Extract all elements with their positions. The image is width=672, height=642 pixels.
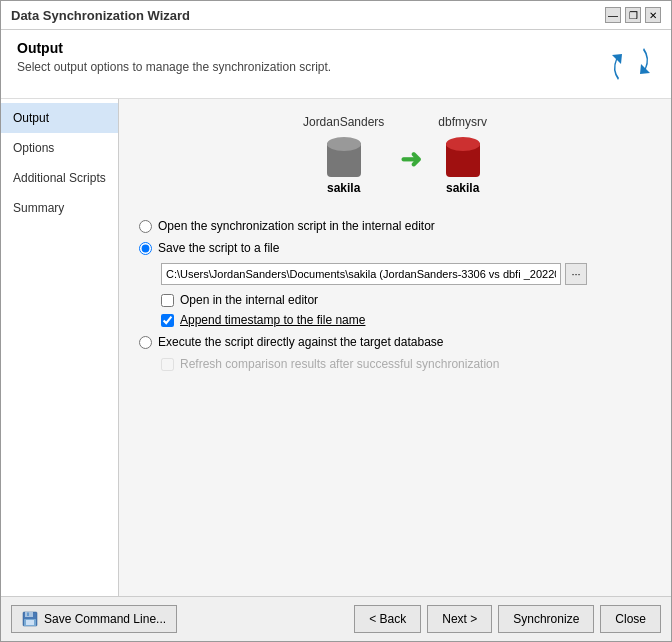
next-button[interactable]: Next > <box>427 605 492 633</box>
wizard-window: Data Synchronization Wizard — ❒ ✕ Output… <box>0 0 672 642</box>
source-db-name: sakila <box>327 181 360 195</box>
sidebar-item-additional-scripts[interactable]: Additional Scripts <box>1 163 118 193</box>
target-cylinder <box>444 133 482 177</box>
checkbox-refresh-comparison[interactable] <box>161 358 174 371</box>
radio-save-file[interactable] <box>139 242 152 255</box>
sidebar: Output Options Additional Scripts Summar… <box>1 99 119 596</box>
target-name: dbfmysrv <box>438 115 487 129</box>
content-area: Output Options Additional Scripts Summar… <box>1 99 671 596</box>
sidebar-item-options[interactable]: Options <box>1 133 118 163</box>
browse-button[interactable]: ··· <box>565 263 587 285</box>
source-cylinder <box>325 133 363 177</box>
label-open-internal: Open the synchronization script in the i… <box>158 219 435 233</box>
header-section: Output Select output options to manage t… <box>1 30 671 99</box>
footer-right: < Back Next > Synchronize Close <box>354 605 661 633</box>
header-text: Output Select output options to manage t… <box>17 40 331 74</box>
target-db: dbfmysrv sakila <box>438 115 487 195</box>
synchronize-button[interactable]: Synchronize <box>498 605 594 633</box>
label-execute-directly: Execute the script directly against the … <box>158 335 444 349</box>
source-name: JordanSanders <box>303 115 384 129</box>
back-button[interactable]: < Back <box>354 605 421 633</box>
execute-sub-options: Refresh comparison results after success… <box>161 357 651 371</box>
save-command-line-label: Save Command Line... <box>44 612 166 626</box>
section-description: Select output options to manage the sync… <box>17 60 331 74</box>
window-title: Data Synchronization Wizard <box>11 8 190 23</box>
svg-rect-4 <box>26 620 34 625</box>
label-save-file: Save the script to a file <box>158 241 279 255</box>
close-button[interactable]: ✕ <box>645 7 661 23</box>
save-command-line-button[interactable]: Save Command Line... <box>11 605 177 633</box>
sync-wizard-icon <box>607 40 655 88</box>
source-cylinder-top <box>327 137 361 151</box>
radio-execute-directly[interactable] <box>139 336 152 349</box>
target-cylinder-top <box>446 137 480 151</box>
option-open-internal: Open the synchronization script in the i… <box>139 219 651 233</box>
close-button[interactable]: Close <box>600 605 661 633</box>
option-append-timestamp: Append timestamp to the file name <box>161 313 651 327</box>
label-append-timestamp: Append timestamp to the file name <box>180 313 365 327</box>
svg-rect-2 <box>27 613 29 617</box>
footer-left: Save Command Line... <box>11 605 177 633</box>
checkbox-open-editor[interactable] <box>161 294 174 307</box>
minimize-button[interactable]: — <box>605 7 621 23</box>
floppy-icon <box>22 611 38 627</box>
title-bar: Data Synchronization Wizard — ❒ ✕ <box>1 1 671 30</box>
radio-open-internal[interactable] <box>139 220 152 233</box>
connection-arrow: ➜ <box>400 146 422 172</box>
db-connection-row: JordanSanders sakila ➜ dbfmysrv <box>139 115 651 195</box>
sidebar-item-summary[interactable]: Summary <box>1 193 118 223</box>
option-save-file: Save the script to a file <box>139 241 651 255</box>
sidebar-item-output[interactable]: Output <box>1 103 118 133</box>
arrow-icon: ➜ <box>400 146 422 172</box>
target-db-name: sakila <box>446 181 479 195</box>
window-controls: — ❒ ✕ <box>605 7 661 23</box>
source-db: JordanSanders sakila <box>303 115 384 195</box>
option-execute-directly: Execute the script directly against the … <box>139 335 651 349</box>
footer: Save Command Line... < Back Next > Synch… <box>1 596 671 641</box>
file-path-row: ··· <box>161 263 651 285</box>
restore-button[interactable]: ❒ <box>625 7 641 23</box>
options-group: Open the synchronization script in the i… <box>139 219 651 371</box>
label-refresh-comparison: Refresh comparison results after success… <box>180 357 499 371</box>
save-file-sub-options: Open in the internal editor Append times… <box>161 293 651 327</box>
checkbox-append-timestamp[interactable] <box>161 314 174 327</box>
sync-icon-container <box>607 40 655 88</box>
option-refresh-comparison: Refresh comparison results after success… <box>161 357 651 371</box>
label-open-editor: Open in the internal editor <box>180 293 318 307</box>
file-path-input[interactable] <box>161 263 561 285</box>
section-title: Output <box>17 40 331 56</box>
option-open-editor: Open in the internal editor <box>161 293 651 307</box>
main-content: JordanSanders sakila ➜ dbfmysrv <box>119 99 671 596</box>
